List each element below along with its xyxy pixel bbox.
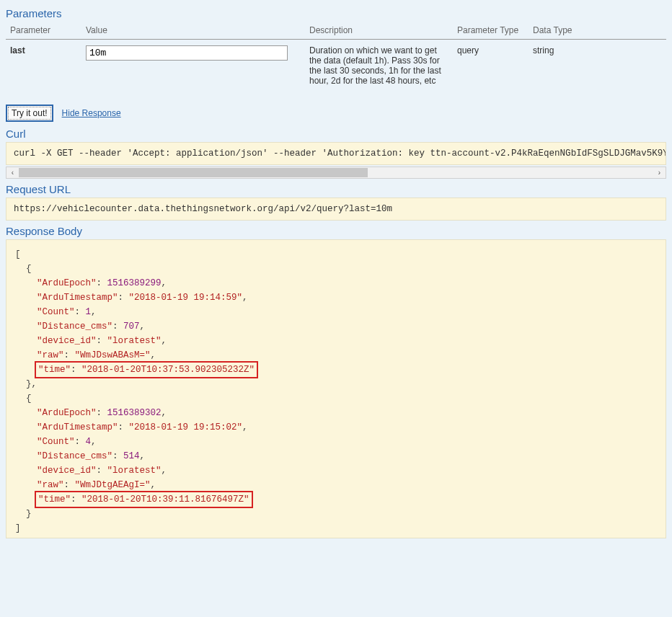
- param-name: last: [6, 40, 81, 92]
- curl-heading: Curl: [6, 128, 666, 140]
- col-value: Value: [81, 22, 305, 40]
- scroll-left-icon[interactable]: ‹: [6, 167, 19, 178]
- parameters-heading: Parameters: [6, 7, 666, 19]
- try-button[interactable]: Try it out!: [6, 105, 53, 122]
- response-body-heading: Response Body: [6, 225, 666, 237]
- response-body-block[interactable]: [ { "ArduEpoch": 1516389299, "ArduTimest…: [6, 239, 666, 538]
- col-parameter: Parameter: [6, 22, 81, 40]
- scroll-right-icon[interactable]: ›: [653, 167, 666, 178]
- request-url-block: https://vehiclecounter.data.thethingsnet…: [6, 197, 666, 221]
- col-data-type: Data Type: [529, 22, 666, 40]
- hide-response-link[interactable]: Hide Response: [62, 108, 121, 118]
- col-description: Description: [305, 22, 453, 40]
- scroll-track[interactable]: [19, 167, 653, 178]
- parameters-table: Parameter Value Description Parameter Ty…: [6, 22, 666, 92]
- curl-block: curl -X GET --header 'Accept: applicatio…: [6, 142, 666, 165]
- table-row: last Duration on which we want to get th…: [6, 40, 666, 92]
- request-url-heading: Request URL: [6, 183, 666, 195]
- param-description: Duration on which we want to get the dat…: [305, 40, 453, 92]
- param-value-input[interactable]: [86, 45, 288, 61]
- param-data-type: string: [529, 40, 666, 92]
- scroll-thumb[interactable]: [19, 168, 368, 177]
- scrollbar[interactable]: ‹ ›: [6, 167, 666, 179]
- param-type: query: [453, 40, 529, 92]
- col-parameter-type: Parameter Type: [453, 22, 529, 40]
